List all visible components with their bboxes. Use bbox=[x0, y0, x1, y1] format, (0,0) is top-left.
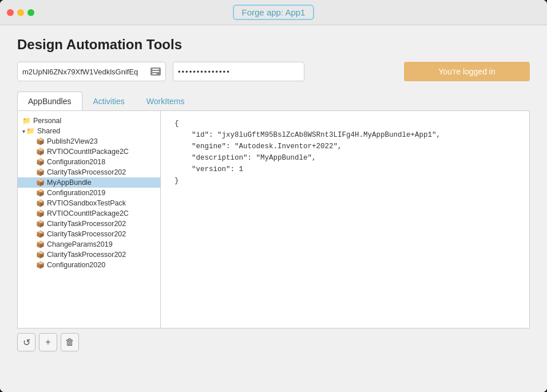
list-item[interactable]: 📦 RVTIOCountItPackage2C bbox=[18, 208, 160, 219]
tree-myappbundle[interactable]: 📦 MyAppBundle bbox=[18, 177, 160, 188]
shared-label: Shared bbox=[37, 127, 60, 135]
list-item[interactable]: 📦 Publish2View23 bbox=[18, 136, 160, 146]
item-label: Configuration2020 bbox=[47, 261, 105, 269]
bundle-icon: 📦 bbox=[36, 209, 45, 217]
refresh-icon: ↺ bbox=[23, 337, 30, 348]
bundle-icon: 📦 bbox=[36, 261, 45, 269]
tree-shared[interactable]: ▾ 📁 Shared bbox=[18, 126, 160, 136]
window-controls bbox=[7, 9, 34, 16]
item-label: ClarityTaskProcessor202 bbox=[47, 251, 126, 259]
client-secret-input[interactable] bbox=[178, 68, 299, 76]
item-label: ClarityTaskProcessor202 bbox=[47, 220, 126, 228]
delete-icon: 🗑 bbox=[65, 337, 74, 347]
svg-rect-1 bbox=[152, 71, 159, 72]
bundle-icon: 📦 bbox=[36, 148, 45, 156]
myappbundle-label: MyAppBundle bbox=[47, 179, 92, 187]
tree-personal[interactable]: 📁 Personal bbox=[18, 116, 160, 126]
svg-rect-0 bbox=[152, 69, 159, 70]
client-secret-field[interactable] bbox=[173, 62, 304, 81]
item-label: Publish2View23 bbox=[47, 137, 98, 145]
folder-icon: 📁 bbox=[22, 117, 31, 125]
page-title: Design Automation Tools bbox=[17, 37, 530, 53]
item-label: RVTIOCountItPackage2C bbox=[47, 209, 129, 217]
folder-shared-icon: 📁 bbox=[26, 127, 35, 135]
item-label: Configuration2018 bbox=[47, 158, 105, 166]
item-label: ClarityTaskProcessor202 bbox=[47, 230, 126, 238]
minimize-control[interactable] bbox=[17, 9, 24, 16]
list-item[interactable]: 📦 ClarityTaskProcessor202 bbox=[18, 167, 160, 177]
item-label: ChangeParams2019 bbox=[47, 240, 113, 248]
personal-label: Personal bbox=[33, 117, 61, 125]
svg-rect-2 bbox=[152, 73, 157, 74]
delete-button[interactable]: 🗑 bbox=[61, 333, 79, 351]
tab-bar: AppBundles Activities WorkItems bbox=[17, 92, 530, 111]
top-bar: You're logged in bbox=[17, 62, 530, 81]
bundle-selected-icon: 📦 bbox=[36, 179, 45, 187]
main-panel: 📁 Personal ▾ 📁 Shared 📦 Publish2View23 📦… bbox=[17, 111, 530, 328]
bundle-icon: 📦 bbox=[36, 137, 45, 145]
item-label: RVTIOCountItPackage2C bbox=[47, 148, 129, 156]
bundle-icon: 📦 bbox=[36, 240, 45, 248]
maximize-control[interactable] bbox=[27, 9, 34, 16]
toolbar: ↺ + 🗑 bbox=[17, 328, 530, 356]
list-item[interactable]: 📦 ChangeParams2019 bbox=[18, 239, 160, 250]
list-item[interactable]: 📦 Configuration2018 bbox=[18, 157, 160, 167]
client-id-icon bbox=[150, 68, 161, 76]
login-button[interactable]: You're logged in bbox=[404, 62, 530, 81]
tree-panel[interactable]: 📁 Personal ▾ 📁 Shared 📦 Publish2View23 📦… bbox=[18, 111, 161, 328]
list-item[interactable]: 📦 RVTIOSandboxTestPack bbox=[18, 198, 160, 208]
list-item[interactable]: 📦 RVTIOCountItPackage2C bbox=[18, 146, 160, 157]
collapse-icon: ▾ bbox=[22, 128, 25, 134]
list-item[interactable]: 📦 ClarityTaskProcessor202 bbox=[18, 229, 160, 239]
list-item[interactable]: 📦 ClarityTaskProcessor202 bbox=[18, 250, 160, 260]
client-id-field[interactable] bbox=[17, 62, 166, 81]
list-item[interactable]: 📦 Configuration2020 bbox=[18, 260, 160, 270]
content-area: Design Automation Tools bbox=[0, 25, 547, 392]
close-control[interactable] bbox=[7, 9, 14, 16]
tab-workitems[interactable]: WorkItems bbox=[136, 92, 196, 110]
item-label: Configuration2019 bbox=[47, 189, 105, 197]
refresh-button[interactable]: ↺ bbox=[17, 333, 35, 351]
bundle-icon: 📦 bbox=[36, 158, 45, 166]
bundle-icon: 📦 bbox=[36, 168, 45, 176]
bundle-icon: 📦 bbox=[36, 199, 45, 207]
add-icon: + bbox=[45, 337, 50, 347]
item-label: ClarityTaskProcessor202 bbox=[47, 168, 126, 176]
bundle-icon: 📦 bbox=[36, 230, 45, 238]
window-title: Forge app: App1 bbox=[233, 5, 315, 20]
app-window: Forge app: App1 Design Automation Tools bbox=[0, 0, 547, 392]
list-item[interactable]: 📦 Configuration2019 bbox=[18, 188, 160, 198]
add-button[interactable]: + bbox=[39, 333, 57, 351]
titlebar: Forge app: App1 bbox=[0, 0, 547, 25]
client-id-input[interactable] bbox=[22, 68, 148, 76]
json-viewer: { "id": "jxy8luGftM95BslZcAb8WSRnt3LIFg4… bbox=[168, 111, 529, 328]
tab-activities[interactable]: Activities bbox=[82, 92, 136, 110]
bundle-icon: 📦 bbox=[36, 189, 45, 197]
tab-appbundles[interactable]: AppBundles bbox=[17, 92, 82, 110]
bundle-icon: 📦 bbox=[36, 251, 45, 259]
bundle-icon: 📦 bbox=[36, 220, 45, 228]
list-item[interactable]: 📦 ClarityTaskProcessor202 bbox=[18, 219, 160, 229]
item-label: RVTIOSandboxTestPack bbox=[47, 199, 126, 207]
